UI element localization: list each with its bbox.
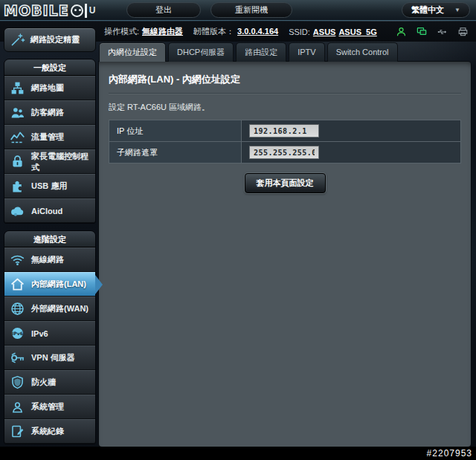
sidebar-item-guest-network[interactable]: 訪客網路 — [4, 100, 95, 125]
tab-lan-ip[interactable]: 內網位址設定 — [99, 42, 166, 62]
sidebar-item-label: USB 應用 — [31, 181, 67, 192]
sidebar-item-label: AiCloud — [31, 207, 62, 216]
sidebar-section-advanced: 進階設定 無線網路 內部網路(LAN) 外部網路(WAN) IPv6 IPv6 … — [4, 230, 96, 444]
logo-text: MOBILE — [4, 2, 69, 19]
vpn-icon — [10, 350, 25, 366]
table-row: IP 位址 — [109, 120, 461, 142]
subnet-mask-label: 子網路遮罩 — [109, 142, 242, 163]
usb-app-icon — [10, 178, 25, 194]
sidebar-item-aicloud[interactable]: AiCloud — [4, 198, 95, 223]
sidebar-item-vpn-server[interactable]: VPN 伺服器 — [4, 346, 95, 370]
computers-icon[interactable] — [416, 26, 428, 37]
lan-tabs: 內網位址設定 DHCP伺服器 路由設定 IPTV Switch Control — [99, 42, 398, 62]
sidebar-item-usb-application[interactable]: USB 應用 — [4, 174, 95, 198]
tab-route[interactable]: 路由設定 — [236, 42, 286, 62]
sidebar-item-network-map[interactable]: 網路地圖 — [4, 76, 95, 100]
sidebar-item-parental-control[interactable]: 家長電腦控制程式 — [4, 149, 95, 174]
home-icon — [10, 276, 25, 292]
mobile01-logo: MOBILE U — [4, 2, 95, 19]
logout-button[interactable]: 登出 — [126, 2, 201, 18]
firmware-version: 韌體版本：3.0.0.4.164 — [193, 26, 278, 37]
ip-address-label: IP 位址 — [109, 120, 242, 142]
traffic-manager-icon — [10, 129, 25, 145]
sidebar-item-label: 內部網路(LAN) — [31, 279, 86, 290]
table-row: 子網路遮罩 — [109, 142, 461, 163]
content-panel: 內部網路(LAN) - 內網位址設定 設定 RT-AC66U 區域網路。 IP … — [99, 62, 471, 447]
firmware-link[interactable]: 3.0.0.4.164 — [237, 27, 278, 36]
sidebar-item-label: 網路設定精靈 — [30, 34, 80, 45]
sidebar-item-wan[interactable]: 外部網路(WAN) — [4, 297, 95, 321]
shield-icon — [10, 375, 25, 390]
section-title-advanced: 進階設定 — [4, 231, 95, 247]
log-icon — [10, 424, 25, 439]
section-title-general: 一般設定 — [4, 59, 95, 76]
tab-dhcp-server[interactable]: DHCP伺服器 — [168, 42, 234, 62]
tab-switch-control[interactable]: Switch Control — [327, 42, 398, 62]
guest-network-icon — [10, 105, 25, 120]
page-description: 設定 RT-AC66U 區域網路。 — [109, 102, 461, 113]
usb-icon[interactable] — [437, 27, 448, 37]
language-dropdown[interactable]: 繁體中文 ▼ — [402, 2, 470, 18]
network-map-icon — [10, 80, 25, 96]
logo-one-bar — [85, 4, 87, 18]
logo-suffix: U — [89, 5, 96, 16]
watermark-id: #2207953 — [427, 448, 472, 459]
apply-button[interactable]: 套用本頁面設定 — [245, 173, 326, 193]
mode-label: 操作模式: — [104, 27, 139, 36]
wifi-icon — [10, 252, 25, 268]
ip-address-cell — [242, 120, 461, 142]
sidebar-item-label: VPN 伺服器 — [31, 352, 75, 363]
sidebar-item-firewall[interactable]: 防火牆 — [4, 370, 95, 395]
ipv6-icon: IPv6 — [10, 325, 25, 341]
printer-icon[interactable] — [457, 27, 469, 37]
sidebar-item-label: 系統管理 — [31, 401, 64, 412]
sidebar-item-ipv6[interactable]: IPv6 IPv6 — [4, 321, 95, 346]
sidebar-item-label: 訪客網路 — [31, 107, 64, 118]
sidebar-item-label: 家長電腦控制程式 — [31, 151, 95, 173]
clients-icon[interactable] — [396, 26, 407, 37]
firmware-label: 韌體版本： — [193, 27, 234, 36]
subnet-mask-cell — [242, 142, 461, 163]
sidebar-item-label: 流量管理 — [31, 132, 64, 143]
ip-address-input[interactable] — [249, 124, 319, 137]
svg-text:IPv6: IPv6 — [12, 331, 23, 336]
ssid-link-24g[interactable]: ASUS — [313, 27, 336, 36]
ssid-link-5g[interactable]: ASUS_5G — [338, 27, 376, 36]
sidebar-item-system-log[interactable]: 系統紀錄 — [4, 419, 95, 444]
sidebar-item-label: 無線網路 — [31, 254, 64, 265]
chevron-down-icon: ▼ — [454, 3, 460, 17]
operation-mode: 操作模式:無線路由器 — [104, 26, 183, 37]
footer-strip: #2207953 — [0, 447, 476, 460]
sidebar-item-label: 防火牆 — [31, 377, 56, 388]
top-bar: MOBILE U 登出 重新開機 繁體中文 ▼ — [0, 0, 476, 21]
reboot-button[interactable]: 重新開機 — [210, 2, 292, 18]
sidebar-item-traffic-manager[interactable]: 流量管理 — [4, 125, 95, 149]
language-label: 繁體中文 — [411, 3, 444, 17]
ssid-group: SSID:ASUSASUS_5G — [289, 27, 377, 36]
globe-icon — [10, 301, 25, 317]
subnet-mask-input[interactable] — [249, 146, 319, 159]
mode-link[interactable]: 無線路由器 — [142, 27, 183, 36]
sidebar-item-label: 系統紀錄 — [31, 426, 64, 437]
logo-face-icon — [71, 4, 83, 17]
page-title: 內部網路(LAN) - 內網位址設定 — [109, 73, 461, 94]
lan-settings-table: IP 位址 子網路遮罩 — [109, 120, 461, 163]
sidebar-section-general: 一般設定 網路地圖 訪客網路 流量管理 家長電腦控制程式 USB 應用 AiCl… — [4, 59, 96, 224]
sidebar-item-wireless[interactable]: 無線網路 — [4, 247, 95, 272]
sidebar-item-label: 網路地圖 — [31, 82, 64, 94]
sidebar-item-label: 外部網路(WAN) — [31, 303, 89, 314]
admin-icon — [10, 399, 25, 415]
sidebar-item-quick-setup-wizard[interactable]: 網路設定精靈 — [4, 27, 96, 52]
status-icons — [396, 26, 469, 37]
ssid-label: SSID: — [289, 27, 310, 36]
cloud-icon — [10, 203, 25, 218]
sidebar-item-label: IPv6 — [31, 329, 48, 338]
sidebar-item-administration[interactable]: 系統管理 — [4, 395, 95, 419]
parental-control-icon — [10, 154, 25, 169]
tab-iptv[interactable]: IPTV — [289, 42, 324, 62]
sidebar-item-lan[interactable]: 內部網路(LAN) — [4, 272, 95, 297]
wand-icon — [10, 32, 25, 48]
sidebar: 網路設定精靈 一般設定 網路地圖 訪客網路 流量管理 家長電腦控制程式 USB … — [4, 27, 96, 444]
